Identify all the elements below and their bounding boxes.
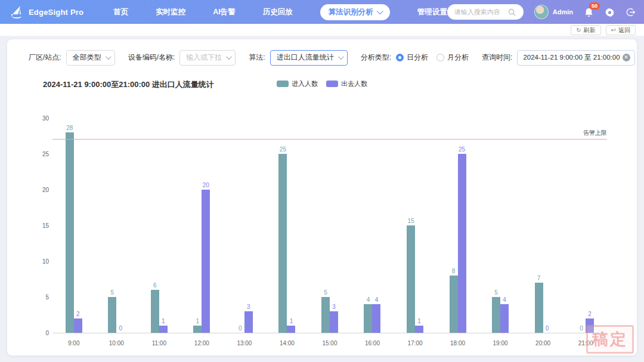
query-time-input[interactable]: 2024-11-21 9:00:00 至 21:00:00 ✕ xyxy=(517,50,634,66)
logout-icon xyxy=(626,7,636,17)
nav-item-ai-alerts[interactable]: AI告警 xyxy=(213,7,236,17)
bar-column: 1 xyxy=(415,318,423,333)
bar[interactable] xyxy=(244,311,253,333)
search-box[interactable] xyxy=(447,4,524,20)
bar-value-label: 25 xyxy=(280,146,286,153)
gear-icon xyxy=(605,7,615,17)
user-name: Admin xyxy=(553,8,573,16)
bar-column: 3 xyxy=(244,304,253,333)
notification-bell[interactable]: 50 xyxy=(584,7,594,17)
edgesight-logo-icon xyxy=(8,4,24,20)
radio-monthly-analysis[interactable]: 月分析 xyxy=(436,52,469,63)
back-button[interactable]: ↩ 返回 xyxy=(606,25,636,35)
nav-item-management-settings[interactable]: 管理设置 xyxy=(417,7,447,17)
plot-groups: 2825061120032515344151825547002 xyxy=(52,106,607,333)
bar-value-label: 5 xyxy=(111,289,114,296)
legend-label: 进入人数 xyxy=(292,79,318,88)
bar-value-label: 4 xyxy=(375,296,379,303)
bar[interactable] xyxy=(151,290,159,333)
bar[interactable] xyxy=(415,326,423,333)
chart-header: 2024-11-21 9:00:00至21:00:00 进出口人流量统计 进入人… xyxy=(19,79,625,91)
chevron-down-icon xyxy=(377,8,383,14)
settings-gear[interactable] xyxy=(605,7,615,17)
bar[interactable] xyxy=(372,304,380,333)
bar-value-label: 0 xyxy=(239,325,242,332)
radio-icon xyxy=(436,54,444,61)
bar-column: 25 xyxy=(278,146,287,333)
bar-value-label: 15 xyxy=(407,218,414,224)
device-select-placeholder: 输入或下拉 xyxy=(186,52,222,63)
algorithm-select[interactable]: 进出口人流量统计 xyxy=(270,50,348,66)
bar-column: 20 xyxy=(202,182,210,333)
bar-column: 0 xyxy=(543,325,552,333)
bar-value-label: 1 xyxy=(162,318,165,324)
device-select[interactable]: 输入或下拉 xyxy=(179,50,236,66)
bar[interactable] xyxy=(321,297,330,333)
bar-value-label: 2 xyxy=(588,311,592,317)
nav-item-realtime-monitor[interactable]: 实时监控 xyxy=(156,7,185,17)
bar[interactable] xyxy=(202,190,210,333)
bar[interactable] xyxy=(458,154,466,333)
bar[interactable] xyxy=(330,311,338,333)
refresh-icon: ↻ xyxy=(576,26,581,34)
nav-item-label: 算法识别分析 xyxy=(329,7,373,17)
bar-column: 1 xyxy=(287,318,295,333)
bar[interactable] xyxy=(535,283,543,333)
avatar[interactable] xyxy=(534,5,549,19)
logout-button[interactable] xyxy=(626,7,636,17)
bar[interactable] xyxy=(364,304,372,333)
bar[interactable] xyxy=(500,304,509,333)
bar-group: 61 xyxy=(138,106,181,333)
algorithm-filter-label: 算法: xyxy=(249,52,265,63)
bar-column: 8 xyxy=(450,268,458,333)
query-time-value: 2024-11-21 9:00:00 至 21:00:00 xyxy=(523,53,620,62)
bar-group: 54 xyxy=(479,106,522,333)
legend-swatch-enter xyxy=(277,81,289,87)
bar-value-label: 0 xyxy=(119,325,123,332)
site-select[interactable]: 全部类型 xyxy=(66,50,115,66)
nav-item-history-playback[interactable]: 历史回放 xyxy=(263,7,293,17)
bar-group: 151 xyxy=(394,106,436,333)
user-profile[interactable]: Admin xyxy=(534,5,573,19)
bar[interactable] xyxy=(159,326,168,333)
analysis-card: 厂区/站点: 全部类型 设备编码/名称: 输入或下拉 算法: 进出口人流量统计 … xyxy=(7,39,637,355)
bar[interactable] xyxy=(193,326,202,333)
y-tick-label: 10 xyxy=(32,258,49,265)
radio-daily-analysis[interactable]: 日分析 xyxy=(396,52,428,63)
bar[interactable] xyxy=(278,154,287,333)
x-tick-label: 17:00 xyxy=(394,340,436,346)
bar-column: 5 xyxy=(108,289,116,333)
search-input[interactable] xyxy=(454,8,508,16)
bar-value-label: 0 xyxy=(580,325,583,332)
bar[interactable] xyxy=(108,297,116,333)
bar[interactable] xyxy=(74,318,82,333)
bar[interactable] xyxy=(66,132,74,333)
y-tick-label: 15 xyxy=(32,222,49,229)
bar-value-label: 20 xyxy=(203,182,209,188)
refresh-button[interactable]: ↻ 刷新 xyxy=(571,25,600,35)
x-tick-label: 18:00 xyxy=(436,340,479,346)
bar-column: 2 xyxy=(586,311,594,333)
legend-item-enter[interactable]: 进入人数 xyxy=(277,79,318,88)
x-tick-label: 9:00 xyxy=(52,340,95,346)
search-icon[interactable] xyxy=(508,8,516,16)
main-nav: 首页 实时监控 AI告警 历史回放 算法识别分析 管理设置 xyxy=(113,4,447,20)
bar[interactable] xyxy=(407,225,415,333)
site-filter-label: 厂区/站点: xyxy=(29,52,61,63)
bar[interactable] xyxy=(287,326,295,333)
nav-item-home[interactable]: 首页 xyxy=(113,7,128,17)
bar-group: 44 xyxy=(351,106,394,333)
x-tick-label: 13:00 xyxy=(223,340,266,346)
bar[interactable] xyxy=(586,318,594,333)
bar[interactable] xyxy=(492,297,500,333)
alarm-threshold-line xyxy=(52,139,607,140)
clear-icon[interactable]: ✕ xyxy=(623,54,630,61)
refresh-label: 刷新 xyxy=(584,26,596,34)
bar-value-label: 4 xyxy=(503,296,506,303)
analysis-type-radios: 日分析 月分析 xyxy=(396,52,469,63)
legend-item-exit[interactable]: 出去人数 xyxy=(326,79,367,88)
bar-value-label: 1 xyxy=(290,318,293,324)
y-tick-label: 5 xyxy=(32,294,49,301)
bar[interactable] xyxy=(450,276,458,333)
nav-item-algorithm-analysis[interactable]: 算法识别分析 xyxy=(320,4,390,20)
